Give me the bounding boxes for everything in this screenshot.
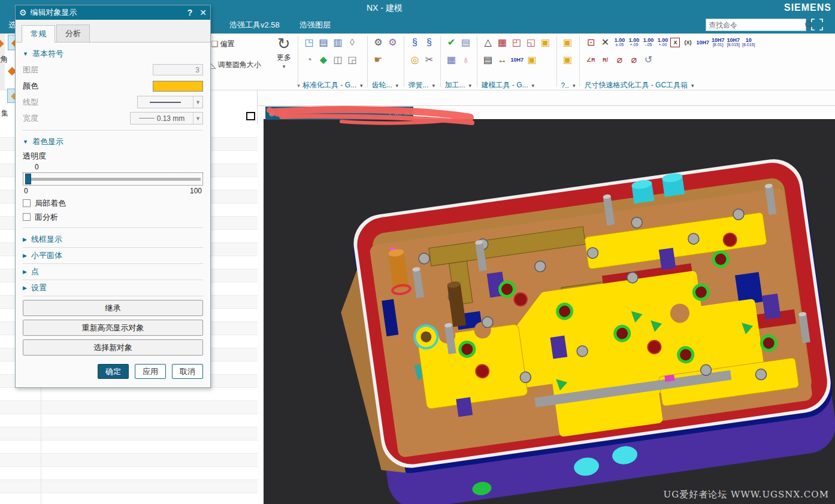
section-facet-body[interactable]: ▶ 小平面体	[23, 248, 203, 264]
part-tab[interactable]: ◉ TQ... ⊣ ◱ ✕	[265, 107, 413, 120]
spring-cut-icon[interactable]: ✂	[423, 53, 436, 67]
select-new-objects-button[interactable]: 选择新对象	[23, 339, 203, 356]
datum-frame-icon[interactable]: ♁	[459, 53, 473, 67]
grid-red-icon[interactable]: ▦	[496, 35, 509, 50]
yellow-blocks-a-icon[interactable]: ▣	[539, 35, 552, 50]
search-input[interactable]	[706, 21, 804, 29]
menu-item-haoqiang-layers[interactable]: 浩强图层	[299, 20, 331, 31]
fit-10H7-b-icon[interactable]: 10H7[8.015]	[726, 35, 740, 50]
layer-stack-icon[interactable]: ▤	[317, 35, 330, 50]
gear-modify-icon[interactable]: ⚙	[372, 35, 385, 50]
viewport-canvas[interactable]: UG爱好者论坛 WWW.UGSNX.COM	[264, 120, 835, 504]
section-basic-symbols[interactable]: ▼ 基本符号	[23, 46, 203, 62]
yellow-cubes-bottom-icon[interactable]: ▣	[561, 53, 574, 67]
partial-shading-checkbox[interactable]	[23, 199, 31, 207]
fit-10-icon[interactable]: 10[8.015]	[742, 35, 755, 50]
square-outline-icon[interactable]	[246, 112, 255, 120]
x-paren-icon[interactable]: (X)	[681, 35, 694, 50]
angle-r-dim-icon[interactable]: ∠R	[584, 53, 597, 67]
resize-blend-button[interactable]: ◺调整圆角大小	[210, 60, 261, 70]
process-sheet-icon[interactable]: ▤	[459, 35, 473, 50]
ribbon-group-label-4[interactable]: 加工...▾	[445, 80, 473, 90]
offset-button[interactable]: ❏偏置	[211, 39, 235, 49]
dialog-header[interactable]: ⚙ 编辑对象显示 ? ✕	[16, 5, 210, 20]
yellow-blocks-b-icon[interactable]: ▣	[525, 53, 538, 67]
check-feature-icon[interactable]: ✔	[445, 35, 458, 50]
drill-table-icon[interactable]: ▦	[445, 53, 458, 67]
menu-item-haoqiang-tools[interactable]: 浩强工具v2.58	[229, 20, 280, 31]
width-dropdown[interactable]: 0.13 mm ▼	[130, 112, 203, 125]
section-wireframe-display[interactable]: ▶ 线框显示	[23, 232, 203, 248]
dim-style-frame-icon[interactable]: ⊡	[584, 35, 597, 50]
tol-upper-icon[interactable]: 1.00+.05	[627, 35, 640, 50]
section-collapsed-icon: ▶	[23, 253, 27, 259]
transform-frame-icon[interactable]: ◳	[302, 35, 316, 50]
slider-handle[interactable]	[25, 174, 31, 184]
copy-attributes-icon[interactable]: ◲	[346, 53, 359, 67]
hand-pick-icon[interactable]: ☛	[372, 53, 385, 67]
restore-tab-icon[interactable]: ◱	[394, 110, 400, 117]
tab-analysis[interactable]: 分析	[56, 25, 90, 42]
ribbon-group-label-3[interactable]: 弹簧...▾	[409, 80, 436, 90]
section-point[interactable]: ▶ 点	[23, 264, 203, 280]
folder-add-icon[interactable]: ◰	[510, 35, 524, 50]
group-divider	[556, 36, 557, 87]
transparency-slider[interactable]	[23, 172, 203, 186]
section-expanded-icon: ▼	[23, 139, 28, 145]
triangle-tool-icon[interactable]: △	[482, 35, 495, 50]
binocular-10H7-icon[interactable]: 10H7	[510, 53, 525, 67]
close-icon[interactable]: ✕	[199, 8, 207, 17]
width-value: 0.13 mm	[157, 114, 185, 123]
slider-track[interactable]	[25, 178, 201, 181]
fit-10H7-icon[interactable]: 10H7	[695, 35, 710, 50]
layer-settings-icon[interactable]: ▥	[331, 35, 344, 50]
tab-general[interactable]: 常规	[22, 25, 55, 42]
remove-tolerance-icon[interactable]: ✕	[598, 35, 612, 50]
help-icon[interactable]: ?	[187, 8, 193, 17]
radius-diag-dim-icon[interactable]: R/	[598, 53, 612, 67]
folder-group-icon[interactable]: ◱	[525, 35, 538, 50]
x-boxed-icon[interactable]: X	[670, 38, 680, 47]
spring-torsion-icon[interactable]: ◎	[409, 53, 422, 67]
ribbon-group-label-5[interactable]: 建模工具 - G...▾	[482, 80, 552, 90]
apply-button[interactable]: 应用	[135, 364, 166, 379]
rehighlight-objects-button[interactable]: 重新高亮显示对象	[23, 320, 203, 336]
sphere-check-icon[interactable]: ◔	[302, 53, 316, 67]
yellow-cubes-top-icon[interactable]: ▣	[561, 35, 574, 50]
linetype-dropdown[interactable]: ▼	[137, 96, 203, 108]
face-analysis-checkbox[interactable]	[23, 213, 31, 221]
fit-10H7-a-icon[interactable]: 10H7[8.01]	[711, 35, 725, 50]
note-sheet-icon[interactable]: ▤	[482, 53, 495, 67]
3d-model[interactable]	[264, 120, 835, 504]
fullscreen-icon[interactable]	[810, 18, 824, 31]
ribbon-group-label-6[interactable]: ?..▾	[561, 80, 576, 90]
command-search[interactable]	[706, 19, 806, 31]
diameter-dim-icon[interactable]: ⌀	[613, 53, 626, 67]
gear-erase-icon[interactable]: ⚙	[386, 35, 400, 50]
section-settings[interactable]: ▶ 设置	[23, 280, 203, 296]
dim-brush-icon[interactable]: ↔	[496, 53, 509, 67]
ribbon-group-label-2[interactable]: 齿轮...▾	[372, 80, 400, 90]
box-check-icon[interactable]: ◫	[331, 53, 344, 67]
paint-feature-icon[interactable]: ◆	[317, 53, 330, 67]
inherit-button[interactable]: 继承	[23, 300, 203, 316]
layer-input[interactable]	[153, 64, 203, 75]
group-caret-icon: ▾	[396, 83, 399, 89]
ribbon-group-label-1[interactable]: 标准化工具 - G...▾	[302, 80, 363, 90]
tol-lower-icon[interactable]: 1.00-.05	[642, 35, 655, 50]
cube-tool-icon[interactable]: ◆	[0, 36, 4, 50]
cancel-button[interactable]: 取消	[172, 364, 203, 379]
spring-stretch-icon[interactable]: §	[423, 35, 436, 50]
diameter-diag-dim-icon[interactable]: ⌀	[627, 53, 640, 67]
section-shaded-display[interactable]: ▼ 着色显示	[23, 134, 203, 150]
spring-compress-icon[interactable]: §	[409, 35, 422, 50]
close-tab-icon[interactable]: ✕	[404, 110, 410, 117]
rotate-reset-icon[interactable]: ↺	[642, 53, 655, 67]
tol-limit-icon[interactable]: 1.00+.00	[656, 35, 669, 50]
pin-tab-icon[interactable]: ⊣	[385, 110, 391, 117]
color-swatch[interactable]	[153, 81, 203, 92]
ok-button[interactable]: 确定	[98, 364, 129, 379]
tol-sym-icon[interactable]: 1.00±.05	[613, 35, 626, 50]
ribbon-group-label-7[interactable]: 尺寸快速格式化工具 - GC工具箱▾	[584, 80, 755, 90]
part-tag-icon[interactable]: ◊	[346, 35, 359, 50]
